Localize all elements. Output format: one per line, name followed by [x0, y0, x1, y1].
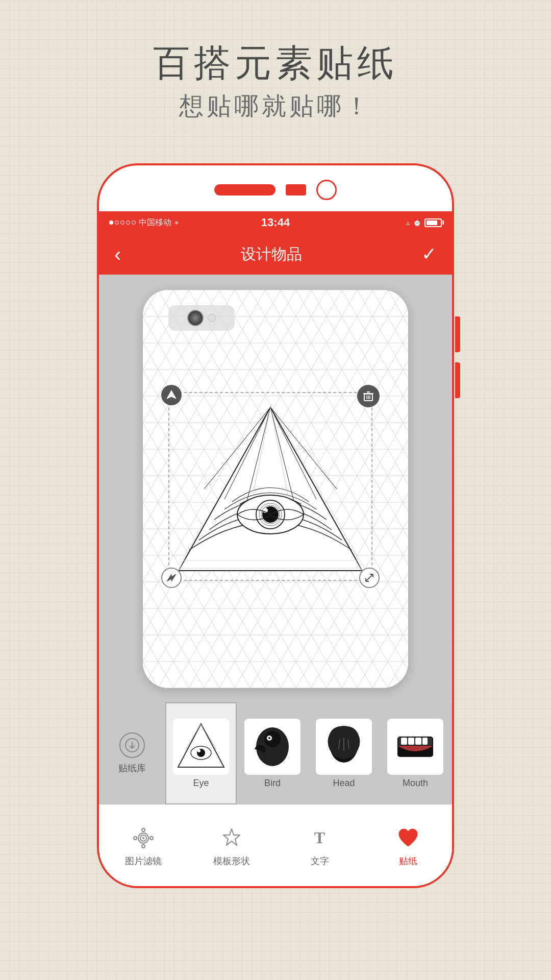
- delete-handle[interactable]: [357, 385, 380, 407]
- filter-label: 图片滤镜: [125, 855, 162, 867]
- flip-vertical-handle[interactable]: [161, 568, 182, 588]
- svg-line-17: [366, 574, 373, 581]
- text-label: 文字: [311, 855, 329, 867]
- toolbar-sticker[interactable]: 贴纸: [372, 824, 444, 867]
- sticker-bird-label: Bird: [264, 778, 281, 789]
- status-left: 中国移动 ⌖: [109, 217, 179, 228]
- sticker-bird-svg: [247, 721, 298, 772]
- heart-svg: [396, 826, 420, 850]
- filter-svg: [131, 826, 156, 850]
- star-icon: [217, 824, 245, 852]
- sticker-library-button[interactable]: 贴纸库: [99, 702, 165, 804]
- promo-section: 百搭元素贴纸 想贴哪就贴哪！: [0, 0, 551, 143]
- sticker-head-img: [316, 719, 372, 775]
- confirm-button[interactable]: ✓: [421, 243, 437, 265]
- sticker-mouth-label: Mouth: [403, 778, 428, 789]
- sticker-eye-label: Eye: [193, 778, 209, 789]
- phone-front-camera: [316, 180, 337, 200]
- svg-marker-81: [223, 829, 240, 845]
- svg-rect-62: [408, 738, 414, 745]
- battery-icon: [424, 218, 442, 227]
- phone-mic: [286, 184, 306, 195]
- status-bar: 中国移动 ⌖ 13:44 ▵ ⏰: [99, 211, 452, 234]
- sticker-mouth-img: [387, 719, 443, 775]
- sticker-bird-img: [244, 719, 300, 775]
- phone-outer-shell: 中国移动 ⌖ 13:44 ▵ ⏰ ‹ 设计物品 ✓: [97, 163, 454, 888]
- svg-point-78: [142, 845, 145, 848]
- sticker-item-head[interactable]: Head: [308, 702, 380, 804]
- camera-lens: [187, 310, 204, 326]
- camera-bump: [168, 305, 235, 331]
- flip-v-icon: [166, 572, 177, 583]
- sticker-item-mouse[interactable]: Mouse: [451, 702, 454, 804]
- nav-bar: ‹ 设计物品 ✓: [99, 234, 452, 275]
- volume-button: [455, 362, 460, 398]
- star-svg: [219, 826, 244, 850]
- back-button[interactable]: ‹: [114, 243, 121, 266]
- sticker-scroll: 贴纸库: [99, 702, 452, 804]
- signal-dot-1: [109, 220, 113, 225]
- svg-point-48: [197, 749, 201, 752]
- sticker-eye-svg: [176, 721, 227, 772]
- sticker-panel: 贴纸库: [99, 702, 452, 804]
- download-svg: [124, 738, 140, 753]
- toolbar-template[interactable]: 模板形状: [196, 824, 267, 867]
- heart-icon: [394, 824, 422, 852]
- text-icon: T: [306, 824, 334, 852]
- phone-mockup: 中国移动 ⌖ 13:44 ▵ ⏰ ‹ 设计物品 ✓: [97, 163, 454, 919]
- selection-border: [168, 392, 372, 581]
- nav-title: 设计物品: [241, 244, 302, 265]
- toolbar-text[interactable]: T 文字: [284, 824, 356, 867]
- signal-dot-2: [115, 220, 119, 225]
- svg-rect-64: [422, 738, 428, 745]
- promo-subtitle: 想贴哪就贴哪！: [0, 90, 551, 122]
- resize-handle[interactable]: [359, 568, 380, 588]
- bottom-toolbar: 图片滤镜 模板形状 T 文字: [99, 804, 452, 886]
- camera-flash: [208, 314, 216, 322]
- canvas-area[interactable]: 贴纸库: [99, 275, 452, 886]
- sticker-library-label: 贴纸库: [118, 762, 146, 774]
- sticker-item-bird[interactable]: Bird: [237, 702, 308, 804]
- svg-marker-15: [167, 574, 171, 581]
- status-right: ▵ ⏰: [406, 218, 442, 227]
- svg-point-54: [268, 737, 270, 739]
- sticker-head-label: Head: [333, 778, 355, 789]
- svg-marker-16: [171, 574, 176, 581]
- template-label: 模板形状: [213, 855, 250, 867]
- svg-marker-45: [178, 724, 224, 767]
- sticker-item-mouth[interactable]: Mouth: [380, 702, 451, 804]
- sticker-eye-img: [173, 719, 229, 775]
- filter-icon: [129, 824, 157, 852]
- battery-fill: [427, 220, 437, 225]
- location-icon: ▵: [406, 218, 410, 227]
- carrier-label: 中国移动: [139, 217, 171, 228]
- power-button: [455, 316, 460, 352]
- promo-title: 百搭元素贴纸: [0, 41, 551, 85]
- resize-icon: [364, 572, 375, 583]
- toolbar-filter[interactable]: 图片滤镜: [108, 824, 179, 867]
- svg-rect-63: [415, 738, 421, 745]
- phone-speaker: [214, 184, 276, 195]
- eye-sticker[interactable]: [168, 392, 372, 581]
- signal-dots: [109, 220, 136, 225]
- phone-case-container: [143, 290, 408, 688]
- svg-point-80: [150, 837, 153, 840]
- signal-dot-3: [120, 220, 124, 225]
- phone-top-hardware: [214, 180, 337, 200]
- alarm-icon: ⏰: [413, 218, 421, 227]
- signal-dot-4: [126, 220, 130, 225]
- svg-marker-8: [167, 390, 176, 399]
- sticker-item-eye[interactable]: Eye: [165, 702, 237, 804]
- wifi-icon: ⌖: [174, 218, 179, 227]
- sticker-head-svg: [318, 721, 369, 772]
- svg-point-77: [142, 828, 145, 831]
- flip-handle[interactable]: [161, 385, 182, 405]
- sticker-tab-label: 贴纸: [399, 855, 417, 867]
- signal-dot-5: [132, 220, 136, 225]
- svg-point-76: [142, 837, 144, 839]
- svg-point-52: [264, 731, 281, 747]
- sticker-mouth-svg: [390, 721, 441, 772]
- flip-icon: [166, 389, 177, 401]
- trash-icon: [362, 390, 374, 402]
- status-time: 13:44: [261, 216, 290, 229]
